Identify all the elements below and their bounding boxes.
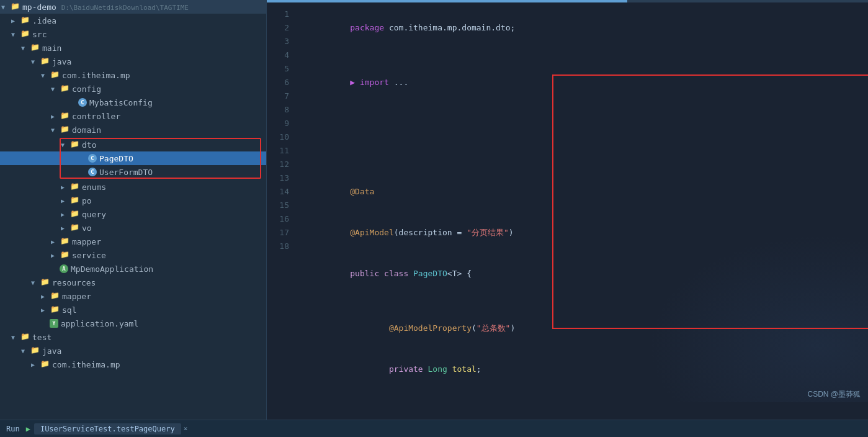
folder-icon: 📁 [30, 346, 40, 356]
code-line-14 [302, 390, 868, 403]
java-app-icon: A [60, 264, 68, 273]
code-line-12 [302, 294, 868, 308]
tree-label: sql [62, 305, 76, 315]
tree-label: resources [52, 278, 96, 287]
tree-arrow: ▶ [11, 17, 20, 24]
code-line-11: public class PageDTO<T> { [302, 253, 868, 294]
tree-item-query[interactable]: ▶ 📁 query [0, 207, 266, 221]
folder-icon: 📁 [40, 277, 50, 287]
tree-item-main[interactable]: ▼ 📁 main [0, 41, 266, 55]
folder-icon: 📁 [60, 111, 69, 121]
tree-arrow: ▶ [61, 211, 69, 218]
tree-label: java [52, 57, 71, 66]
tree-label: query [82, 210, 106, 219]
tree-item-userformdto[interactable]: C UserFormDTO [0, 165, 266, 179]
line-numbers: 1 2 3 4 5 6 7 8 9 10 11 12 13 14 15 16 1… [267, 7, 297, 415]
tree-item-vo[interactable]: ▶ 📁 vo [0, 221, 266, 235]
code-editor[interactable]: package com.itheima.mp.domain.dto; ▶ imp… [297, 7, 868, 415]
tree-arrow: ▶ [31, 361, 40, 368]
tree-item-sql[interactable]: ▶ 📁 sql [0, 303, 266, 317]
tree-item-resources[interactable]: ▼ 📁 resources [0, 276, 266, 289]
tree-label: controller [72, 112, 120, 121]
tree-item-mybatisconfig[interactable]: C MybatisConfig [0, 96, 266, 109]
code-line-13: private Long total; [302, 349, 868, 390]
folder-icon: 📁 [69, 223, 79, 233]
tree-label: .idea [32, 16, 56, 25]
java-icon: C [88, 168, 97, 176]
tree-arrow: ▶ [51, 238, 60, 245]
tree-item-pagedto[interactable]: C PageDTO [0, 151, 266, 165]
tree-arrow: ▶ [61, 197, 69, 204]
folder-icon: 📁 [60, 125, 69, 135]
java-icon: C [88, 154, 97, 163]
code-line-6 [302, 130, 868, 144]
folder-icon: 📁 [20, 29, 30, 39]
tree-label: dto [82, 140, 96, 150]
code-line-4 [302, 103, 868, 117]
tree-arrow: ▼ [31, 279, 40, 286]
tree-arrow: ▼ [51, 127, 60, 133]
tree-label: vo [82, 223, 92, 233]
tree-arrow: ▶ [51, 113, 60, 120]
tree-arrow: ▶ [61, 184, 69, 191]
tree-label: java [42, 346, 61, 356]
code-line-8 [302, 158, 868, 171]
close-icon[interactable]: × [184, 425, 188, 433]
tree-item-po[interactable]: ▶ 📁 po [0, 194, 266, 207]
tree-item-com-itheima-mp[interactable]: ▼ 📁 com.itheima.mp [0, 68, 266, 82]
yaml-icon: Y [50, 319, 58, 328]
tree-label: main [42, 43, 61, 53]
folder-icon: 📁 [69, 209, 79, 219]
tree-item-domain[interactable]: ▼ 📁 domain [0, 123, 266, 137]
tree-arrow: ▶ [41, 293, 50, 300]
tree-item-test-com[interactable]: ▶ 📁 com.itheima.mp [0, 358, 266, 371]
project-icon: 📁 [10, 2, 20, 12]
folder-icon: 📁 [50, 305, 60, 315]
folder-icon: 📁 [40, 56, 50, 66]
tree-arrow: ▼ [21, 45, 30, 52]
folder-icon: 📁 [40, 359, 50, 369]
folder-icon: 📁 [60, 250, 69, 260]
tree-item-application-yaml[interactable]: Y application.yaml [0, 317, 266, 330]
run-icon: ▶ [26, 425, 30, 433]
tree-arrow: ▼ [1, 4, 10, 11]
scroll-indicator [267, 0, 627, 2]
tree-item-mapper-res[interactable]: ▶ 📁 mapper [0, 289, 266, 303]
tree-item-dto[interactable]: ▼ 📁 dto [0, 138, 266, 151]
tree-arrow: ▶ [41, 307, 50, 313]
tree-item-java[interactable]: ▼ 📁 java [0, 55, 266, 68]
code-line-9: @Data [302, 171, 868, 212]
code-line-2 [302, 48, 868, 62]
tree-item-controller[interactable]: ▶ 📁 controller [0, 109, 266, 123]
tree-item-test-java[interactable]: ▼ 📁 java [0, 344, 266, 358]
tree-item-enums[interactable]: ▶ 📁 enums [0, 180, 266, 194]
code-line-10: @ApiModel(description = "分页结果") [302, 212, 868, 253]
code-container: 1 2 3 4 5 6 7 8 9 10 11 12 13 14 15 16 1… [267, 2, 868, 420]
tree-item-mpdemo-app[interactable]: A MpDemoApplication [0, 262, 266, 276]
tree-item-src[interactable]: ▼ 📁 src [0, 27, 266, 41]
run-tab[interactable]: IUserServiceTest.testPageQuery [34, 423, 181, 435]
tree-item-mp-demo[interactable]: ▼ 📁 mp-demo D:\BaiduNetdiskDownload\TAGT… [0, 0, 266, 14]
folder-icon: 📁 [69, 140, 79, 150]
tree-item-test[interactable]: ▼ 📁 test [0, 330, 266, 344]
main-container: ▼ 📁 mp-demo D:\BaiduNetdiskDownload\TAGT… [0, 0, 868, 420]
folder-icon: 📁 [50, 291, 60, 301]
tree-item-mapper[interactable]: ▶ 📁 mapper [0, 235, 266, 248]
tree-item-idea[interactable]: ▶ 📁 .idea [0, 14, 266, 27]
code-line-12b: @ApiModelProperty("总条数") [302, 308, 868, 349]
tree-arrow: ▼ [11, 31, 20, 38]
tree-label: mp-demo D:\BaiduNetdiskDownload\TAGTIME [22, 2, 189, 12]
scroll-bar[interactable] [267, 0, 868, 2]
tree-arrow: ▼ [51, 86, 60, 92]
bottom-bar: Run ▶ IUserServiceTest.testPageQuery × [0, 420, 868, 437]
tree-label: MpDemoApplication [71, 264, 153, 274]
code-line-7 [302, 144, 868, 158]
tree-arrow: ▼ [31, 58, 40, 65]
code-line-14b: @ApiModelProperty("总页数") [302, 403, 868, 415]
folder-icon: 📁 [20, 332, 30, 342]
tree-label: domain [72, 125, 101, 135]
tree-arrow: ▼ [21, 348, 30, 354]
tree-label: PageDTO [99, 154, 133, 163]
tree-item-service[interactable]: ▶ 📁 service [0, 248, 266, 262]
tree-item-config[interactable]: ▼ 📁 config [0, 82, 266, 96]
